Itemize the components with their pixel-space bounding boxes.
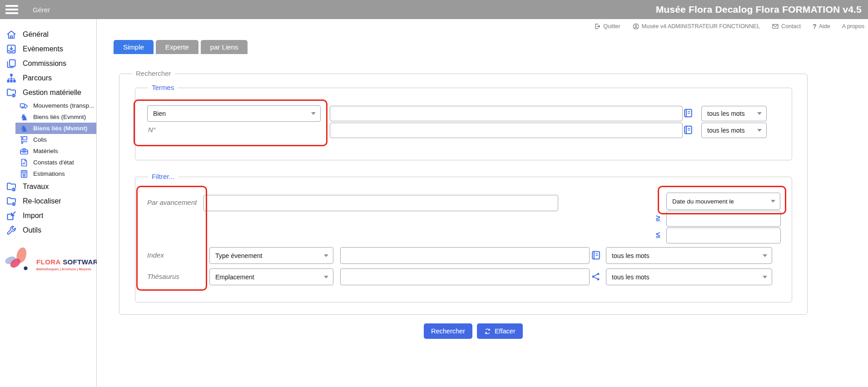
folder-globe-icon: [6, 196, 17, 207]
chevron-down-icon: [324, 276, 328, 278]
date-lte-input[interactable]: [666, 228, 781, 243]
sidebar-item-biens-lies-evnmnt[interactable]: ♞Biens liés (Evnmnt): [15, 111, 96, 123]
sidebar-item-label: Constats d'état: [33, 159, 74, 166]
index-book-icon[interactable]: [683, 108, 693, 118]
sidebar-item-commissions[interactable]: Commissions: [0, 56, 96, 71]
thesaurus-match-value: tous les mots: [612, 273, 649, 281]
thesaurus-match-select[interactable]: tous les mots: [606, 268, 772, 285]
sidebar-item-label: Général: [23, 30, 49, 39]
greater-equal-link[interactable]: ≥: [656, 213, 660, 223]
chevron-down-icon: [757, 112, 762, 115]
sidebar-item-label: Biens liés (Mvmnt): [33, 125, 87, 132]
wrench-icon: [6, 225, 17, 236]
sidebar-item-estimations[interactable]: Estimations: [15, 168, 96, 179]
sidebar-item-label: Colis: [33, 136, 47, 143]
app-window: Gérer Musée Flora Decalog Flora FORMATIO…: [0, 0, 868, 387]
main-content: QuitterMusée v4 ADMINISTRATEUR FONCTIONN…: [97, 19, 868, 387]
sidebar-item-import[interactable]: Import: [0, 208, 96, 223]
sidebar-item-outils[interactable]: Outils: [0, 223, 96, 238]
termes-row2-input[interactable]: [330, 123, 683, 138]
termes-field-select[interactable]: Bien: [147, 105, 321, 122]
sidebar-item-re-localiser[interactable]: Re-localiser: [0, 194, 96, 208]
utility-link-aide[interactable]: ?Aide: [813, 23, 830, 30]
thesaurus-input[interactable]: [340, 268, 590, 285]
par-avancement-label: Par avancement: [147, 198, 197, 206]
refresh-icon: [484, 328, 491, 335]
dolly-icon: [20, 135, 29, 144]
index-label: Index: [147, 251, 164, 259]
form-actions: Rechercher Effacer: [424, 323, 523, 339]
thesaurus-field-select[interactable]: Emplacement: [209, 268, 333, 285]
folder-globe-icon: [6, 181, 17, 192]
sidebar-item-materiels[interactable]: Matériels: [15, 145, 96, 157]
date-field-select[interactable]: Date du mouvement le: [666, 193, 780, 210]
tab-par-liens[interactable]: par Liens: [201, 40, 248, 54]
date-field-selected-value: Date du mouvement le: [672, 198, 734, 205]
termes-row2-match-select[interactable]: tous les mots: [701, 123, 767, 138]
home-icon: [6, 29, 17, 40]
utility-link-contact[interactable]: Contact: [772, 23, 801, 30]
sidebar-item-label: Travaux: [23, 183, 49, 191]
utility-link-a-propos[interactable]: A propos: [842, 23, 864, 30]
termes-field-selected-value: Bien: [153, 110, 166, 117]
sidebar-item-general[interactable]: Général: [0, 27, 96, 42]
utility-link-quitter[interactable]: Quitter: [594, 23, 620, 30]
sidebar-item-colis[interactable]: Colis: [15, 134, 96, 145]
date-gte-input[interactable]: [666, 211, 781, 227]
thesaurus-label: Thésaurus: [147, 273, 179, 280]
index-field-select[interactable]: Type évenement: [209, 247, 333, 264]
logo-tagline: Bibliothèques | Archives | Musées: [36, 267, 103, 271]
question-icon: ?: [813, 23, 817, 30]
utility-link-label: Aide: [819, 23, 830, 30]
chevron-down-icon: [763, 254, 767, 257]
index-book-icon[interactable]: [591, 250, 601, 260]
tab-simple[interactable]: Simple: [114, 40, 154, 54]
sidebar-item-biens-lies-mvmnt[interactable]: ♞Biens liés (Mvmnt): [15, 123, 96, 134]
termes-legend: Termes: [148, 83, 178, 92]
effacer-button[interactable]: Effacer: [477, 323, 523, 339]
inbox-icon: [6, 44, 17, 55]
termes-row1-input[interactable]: [330, 106, 683, 121]
toolbox-icon: [20, 147, 29, 156]
sidebar-item-label: Estimations: [33, 170, 65, 177]
envelope-icon: [772, 23, 779, 30]
tab-experte[interactable]: Experte: [156, 40, 198, 54]
sidebar-item-evenements[interactable]: Evènements: [0, 42, 96, 56]
knight-icon: ♞: [20, 113, 29, 122]
rechercher-panel: Rechercher Termes Bien tous les mots: [119, 74, 808, 315]
sidebar-item-parcours[interactable]: Parcours: [0, 71, 96, 85]
chevron-down-icon: [771, 200, 775, 203]
topbar: Gérer Musée Flora Decalog Flora FORMATIO…: [0, 0, 868, 19]
termes-panel: Termes Bien tous les mots N°: [135, 88, 792, 160]
index-match-select[interactable]: tous les mots: [606, 247, 772, 264]
rechercher-button-label: Rechercher: [431, 327, 465, 335]
logo-brand: FLORA SOFTWARE: [36, 258, 103, 266]
sidebar-item-mouvements-transp[interactable]: Mouvements (transp...: [15, 100, 96, 111]
thesaurus-share-icon[interactable]: [591, 272, 601, 282]
app-title: Musée Flora Decalog Flora FORMATION v4.5: [656, 4, 863, 15]
par-avancement-input[interactable]: [203, 195, 558, 211]
index-match-value: tous les mots: [612, 252, 649, 259]
topbar-menu-gerer[interactable]: Gérer: [33, 6, 50, 14]
utility-link-label: Musée v4 ADMINISTRATEUR FONCTIONNEL: [642, 23, 760, 30]
hamburger-menu-icon[interactable]: [5, 3, 19, 16]
filtrer-legend: Filtrer...: [148, 172, 178, 181]
sidebar-item-travaux[interactable]: Travaux: [0, 179, 96, 194]
sidebar-item-gestion-materielle[interactable]: Gestion matérielle: [0, 85, 96, 100]
rechercher-button[interactable]: Rechercher: [424, 323, 472, 339]
index-field-selected-value: Type évenement: [215, 252, 263, 259]
sidebar-item-label: Outils: [23, 226, 41, 234]
copy-icon: [6, 58, 17, 69]
sidebar-item-constats-d-etat[interactable]: Constats d'état: [15, 157, 96, 168]
sidebar-item-label: Mouvements (transp...: [33, 102, 94, 109]
index-input[interactable]: [340, 247, 590, 264]
utility-link-musee-v4-administrateur-fonctionnel[interactable]: Musée v4 ADMINISTRATEUR FONCTIONNEL: [632, 23, 760, 30]
less-equal-link[interactable]: ≤: [656, 230, 660, 239]
termes-row1-match-select[interactable]: tous les mots: [701, 106, 767, 121]
numero-label: N°: [148, 126, 156, 134]
folder-globe-icon: [6, 87, 17, 98]
user-circle-icon: [632, 23, 640, 30]
exit-icon: [594, 23, 601, 30]
index-book-icon[interactable]: [683, 125, 693, 135]
sidebar: GénéralEvènementsCommissionsParcoursGest…: [0, 19, 97, 387]
